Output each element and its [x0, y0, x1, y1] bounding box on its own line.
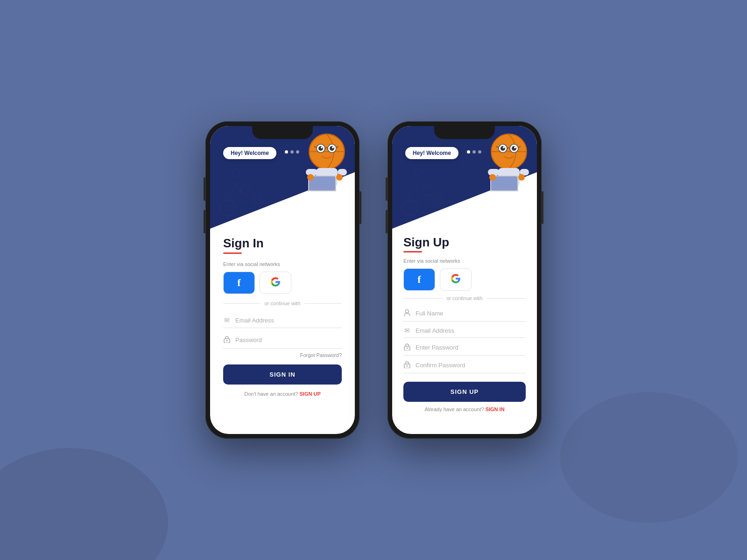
signup-bottom-text: Already have an account?	[424, 406, 484, 412]
svg-point-7	[295, 201, 301, 207]
signup-submit-button[interactable]: SIGN UP	[403, 382, 526, 402]
signin-social-label: Enter via social networks	[223, 261, 342, 267]
email-icon: ✉	[223, 316, 231, 324]
phones-container: Hey! Welcome	[205, 121, 542, 439]
signin-submit-button[interactable]: SIGN IN	[223, 364, 342, 385]
signup-or-line-right	[486, 298, 526, 299]
signin-content: Sign In Enter via social networks f	[210, 229, 355, 434]
signin-bottom-text: Don't have an account?	[244, 391, 298, 397]
svg-point-42	[512, 146, 516, 151]
svg-point-13	[330, 146, 334, 151]
svg-point-0	[220, 200, 236, 216]
signin-or-divider: or continue with	[223, 301, 342, 306]
signup-phone: Hey! Welcome	[388, 121, 542, 439]
signup-content: Sign Up Enter via social networks f	[392, 229, 537, 434]
signin-phone: Hey! Welcome	[205, 121, 359, 439]
signin-social-buttons: f	[223, 272, 342, 294]
signin-email-field[interactable]: ✉ Email Address	[223, 313, 342, 328]
signin-facebook-button[interactable]: f	[223, 272, 255, 294]
signup-phone-inner: Hey! Welcome	[392, 126, 537, 434]
signup-notch	[434, 126, 495, 139]
signin-google-button[interactable]	[260, 272, 291, 294]
person-icon	[403, 309, 411, 318]
signup-password-icon	[403, 343, 411, 352]
svg-line-35	[405, 186, 418, 199]
signup-confirm-placeholder: Confirm Password	[416, 362, 526, 369]
svg-point-41	[500, 146, 505, 151]
signup-fullname-field[interactable]: Full Name	[403, 306, 526, 322]
signin-header: Hey! Welcome	[210, 126, 355, 229]
signup-bottom-link: Already have an account? SIGN IN	[403, 406, 526, 412]
signin-welcome-badge: Hey! Welcome	[223, 147, 276, 159]
or-line-left	[223, 303, 261, 304]
svg-point-12	[318, 146, 323, 151]
signup-social-buttons: f	[403, 268, 526, 291]
signup-underline	[403, 251, 422, 252]
signup-email-field[interactable]: ✉ Email Address	[403, 323, 526, 338]
signup-social-label: Enter via social networks	[403, 258, 526, 264]
svg-line-4	[223, 186, 236, 199]
or-line-right	[304, 303, 342, 304]
svg-point-37	[477, 201, 483, 207]
signup-confirm-password-field[interactable]: Confirm Password	[403, 357, 526, 373]
svg-rect-6	[254, 195, 261, 204]
google-icon	[270, 277, 281, 289]
signup-or-text: or continue with	[446, 295, 482, 301]
svg-point-31	[402, 200, 418, 216]
dot-2	[290, 150, 294, 154]
signup-mascot	[479, 131, 530, 191]
signin-email-placeholder: Email Address	[235, 317, 342, 324]
signin-mascot	[296, 131, 348, 191]
facebook-icon: f	[237, 277, 240, 289]
signin-link[interactable]: SIGN IN	[486, 406, 505, 412]
dot-1	[285, 150, 288, 154]
signin-password-placeholder: Password	[235, 336, 342, 343]
svg-point-2	[272, 208, 281, 217]
svg-point-30	[226, 340, 228, 342]
signup-facebook-icon: f	[417, 273, 421, 286]
signin-title: Sign In	[223, 236, 342, 251]
notch	[252, 126, 313, 139]
signup-confirm-icon	[403, 361, 411, 370]
svg-point-1	[240, 185, 251, 196]
svg-point-57	[518, 174, 525, 181]
svg-rect-36	[436, 195, 443, 204]
svg-point-60	[407, 348, 408, 349]
signup-or-divider: or continue with	[403, 295, 526, 301]
svg-point-43	[503, 147, 505, 148]
svg-point-44	[514, 147, 516, 148]
signup-fullname-placeholder: Full Name	[416, 310, 526, 317]
signup-facebook-button[interactable]: f	[403, 268, 435, 291]
signup-google-button[interactable]	[440, 268, 472, 291]
svg-point-62	[407, 365, 408, 367]
signup-dot-2	[472, 150, 476, 154]
signup-or-line-left	[403, 298, 443, 299]
signup-dot-1	[467, 150, 470, 154]
forgot-password-link[interactable]: Forgot Password?	[223, 352, 342, 358]
signup-email-icon: ✉	[403, 327, 411, 334]
signin-phone-inner: Hey! Welcome	[210, 126, 355, 434]
signin-or-text: or continue with	[264, 301, 300, 306]
svg-point-14	[321, 147, 323, 148]
signup-link[interactable]: SIGN UP	[300, 391, 321, 397]
signin-bottom-link: Don't have an account? SIGN UP	[223, 391, 342, 397]
signin-password-field[interactable]: Password	[223, 332, 342, 349]
signin-underline	[223, 252, 242, 254]
signup-password-field[interactable]: Enter Password	[403, 340, 526, 356]
signup-title: Sign Up	[403, 235, 526, 250]
signup-google-icon	[451, 273, 461, 286]
svg-point-58	[406, 310, 409, 313]
svg-point-27	[307, 174, 314, 181]
svg-point-33	[454, 208, 463, 217]
signup-password-placeholder: Enter Password	[416, 344, 526, 351]
signup-welcome-badge: Hey! Welcome	[405, 147, 458, 159]
password-icon	[223, 336, 231, 344]
signup-email-placeholder: Email Address	[416, 327, 526, 334]
svg-point-32	[422, 185, 433, 196]
svg-point-15	[332, 147, 334, 148]
svg-point-28	[336, 174, 343, 181]
signup-header: Hey! Welcome	[392, 126, 537, 229]
svg-point-56	[489, 174, 496, 181]
svg-point-34	[415, 169, 422, 176]
svg-point-3	[233, 169, 240, 176]
